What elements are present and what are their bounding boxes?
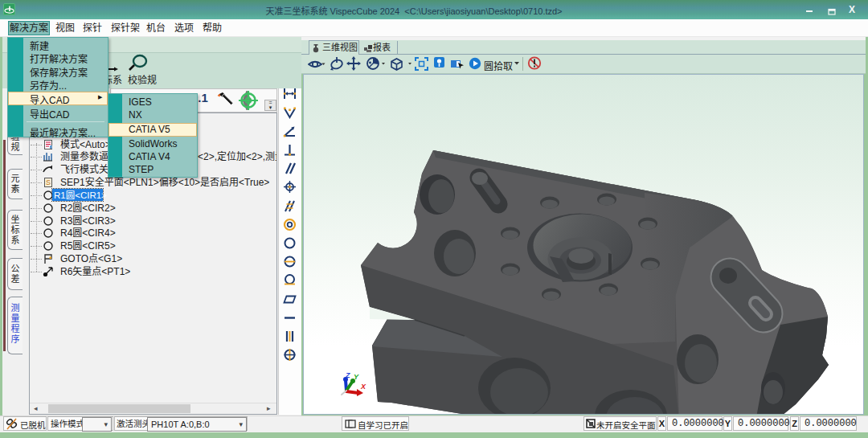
- svg-text:X: X: [360, 383, 366, 391]
- svg-text:Y: Y: [354, 373, 359, 381]
- svg-text:Z: Z: [345, 371, 350, 379]
- svg-text:S: S: [46, 178, 51, 186]
